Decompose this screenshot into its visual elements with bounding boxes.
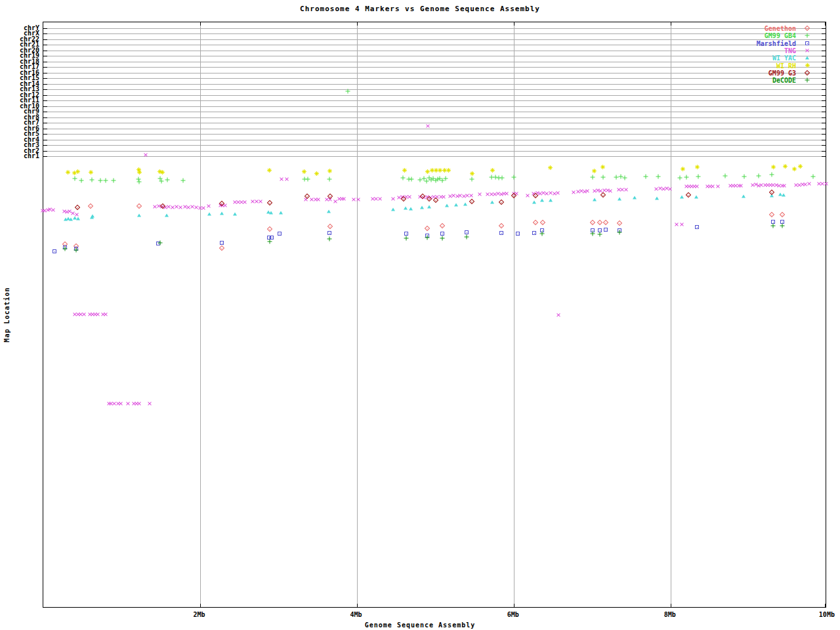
 (139, 180, 140, 184)
data-point-wi-yac (694, 196, 698, 199)
 (472, 177, 472, 182)
data-point-marshfield (278, 232, 282, 236)
gridline-horizontal (43, 117, 826, 118)
 (445, 177, 446, 181)
y-tick-mark (822, 123, 826, 123)
y-tick-mark (822, 145, 826, 146)
y-tick-mark (822, 28, 826, 29)
data-point-wi-yac (532, 201, 536, 204)
data-point-marshfield (404, 232, 408, 236)
data-point-tng (390, 196, 396, 202)
data-point-wi-rh (327, 169, 332, 173)
chart-title: Chromosome 4 Markers vs Genome Sequence … (0, 5, 840, 13)
data-point-tng (715, 183, 721, 190)
data-point-gm99-gb4 (723, 174, 728, 178)
data-point-marshfield (499, 231, 503, 235)
x-axis-label: Genome Sequence Assembly (0, 621, 840, 629)
data-point-wi-yac (633, 196, 637, 200)
gridline-horizontal (43, 134, 826, 135)
 (64, 247, 65, 251)
y-tick-mark (822, 84, 826, 85)
data-point-marshfield (695, 225, 699, 229)
data-point-wi-rh (490, 168, 495, 173)
data-point-legend-marshfield (805, 41, 809, 45)
data-point-gm99-gb4 (443, 177, 448, 181)
data-point-wi-yac (327, 210, 331, 213)
x-tick-label: 10Mb (807, 611, 840, 618)
 (329, 237, 329, 242)
gridline-horizontal (43, 145, 826, 146)
 (593, 175, 593, 180)
data-point-wi-yac (427, 205, 431, 209)
data-point-wi-yac (420, 206, 424, 209)
data-point-marshfield (327, 231, 331, 235)
data-point-genethon (136, 203, 142, 209)
x-tick-label: 4Mb (337, 611, 376, 618)
data-point-gm99-gb4 (410, 177, 414, 182)
data-point-wi-yac (782, 194, 786, 197)
data-point-marshfield (604, 228, 608, 232)
 (782, 224, 782, 228)
data-point-marshfield (516, 232, 520, 236)
x-tick-mark (825, 22, 826, 26)
 (308, 177, 308, 182)
y-tick-mark (822, 89, 826, 90)
data-point-wi-yac (680, 196, 684, 199)
 (807, 33, 808, 38)
legend-label-decode: DeCODE (772, 77, 796, 84)
 (620, 230, 620, 235)
gridline-horizontal (43, 95, 826, 96)
y-tick-mark (43, 129, 47, 129)
data-point-legend-genethon (805, 26, 810, 31)
data-point-gm99-gb4 (306, 177, 310, 182)
data-point-legend-gm99-g3 (805, 70, 810, 75)
data-point-gm99-gb4 (73, 177, 77, 181)
x-tick-mark (671, 604, 671, 607)
data-point-genethon (498, 223, 503, 228)
data-point-wi-yac (540, 199, 544, 202)
data-point-decode (591, 232, 595, 236)
data-point-wi-rh (771, 165, 776, 169)
y-tick-mark (43, 123, 47, 123)
data-point-genethon (779, 212, 784, 217)
data-point-wi-yac (409, 207, 413, 211)
 (725, 174, 726, 178)
legend-label-genethon: Genethon (765, 25, 796, 32)
y-tick-mark (822, 106, 826, 107)
data-point-gm99-g3 (600, 192, 606, 198)
data-point-wi-yac (391, 208, 395, 211)
data-point-gm99-gb4 (165, 178, 170, 182)
data-point-decode (425, 236, 430, 240)
data-point-gm99-gb4 (511, 175, 516, 180)
gridline-horizontal (43, 89, 826, 90)
x-tick-label: 8Mb (650, 611, 690, 618)
data-point-tng (468, 192, 474, 199)
legend-label-tng: TNG (784, 47, 796, 54)
y-tick-mark (822, 78, 826, 79)
data-point-legend-gm99-gb4 (805, 33, 810, 38)
data-point-decode (327, 237, 331, 242)
data-point-legend-wi-rh (805, 63, 810, 68)
data-point-tng (146, 400, 153, 407)
data-point-decode (618, 230, 622, 235)
 (625, 176, 625, 180)
 (427, 236, 428, 240)
data-point-tng (355, 196, 362, 203)
data-point-gm99-gb4 (643, 175, 648, 179)
data-point-tng (476, 191, 483, 198)
data-point-decode (464, 235, 469, 240)
data-point-decode (539, 232, 544, 236)
data-point-genethon (88, 203, 93, 209)
y-tick-mark (43, 106, 47, 107)
data-point-genethon (590, 220, 595, 225)
y-tick-mark (43, 145, 47, 146)
y-tick-mark (43, 134, 47, 135)
y-tick-mark (822, 33, 826, 34)
data-point-gm99-gb4 (656, 175, 660, 179)
 (680, 176, 681, 180)
data-point-wi-yac (742, 195, 746, 198)
 (593, 232, 593, 236)
y-tick-mark (822, 67, 826, 68)
 (616, 175, 617, 180)
 (772, 173, 772, 177)
